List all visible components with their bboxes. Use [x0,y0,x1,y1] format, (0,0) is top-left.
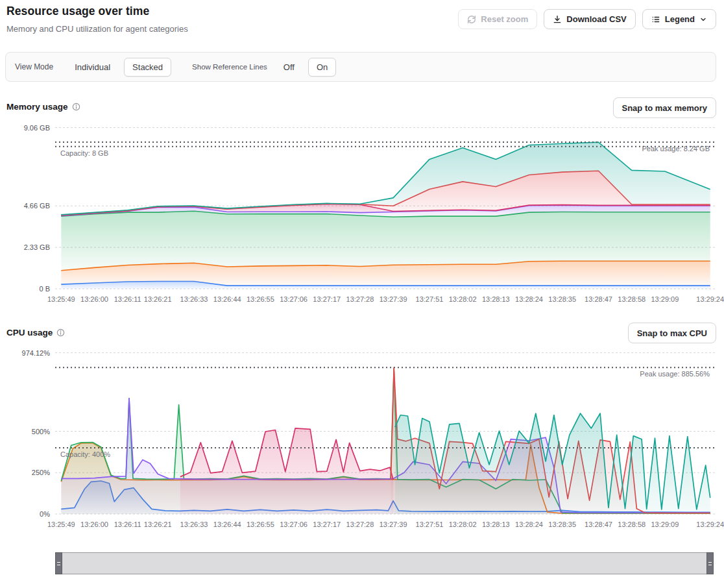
series [61,142,710,289]
brush-right-handle[interactable] [706,552,714,574]
view-controls-bar: View Mode Individual Stacked Show Refere… [5,52,716,82]
svg-text:13:28:58: 13:28:58 [618,521,646,528]
svg-text:13:27:17: 13:27:17 [313,521,341,528]
reference-lines-label: Show Reference Lines [192,63,267,71]
svg-text:13:28:47: 13:28:47 [585,295,612,303]
svg-text:2.33 GB: 2.33 GB [24,243,50,251]
reference-lines-on-button[interactable]: On [308,58,336,77]
toolbar: Reset zoom Download CSV Legend [458,9,716,29]
svg-text:250%: 250% [32,469,50,476]
svg-text:13:28:47: 13:28:47 [585,521,612,528]
svg-text:Capacity: 400%: Capacity: 400% [60,450,110,458]
svg-text:13:27:17: 13:27:17 [313,295,341,303]
svg-text:9.06 GB: 9.06 GB [24,124,50,132]
view-mode-stacked-button[interactable]: Stacked [124,58,171,77]
svg-text:13:27:06: 13:27:06 [280,521,308,528]
svg-text:13:28:35: 13:28:35 [548,295,576,303]
series [61,367,710,514]
svg-text:13:26:00: 13:26:00 [80,295,108,303]
cpu-section-title: CPU usage [6,328,65,337]
svg-text:13:26:11: 13:26:11 [114,521,141,528]
svg-text:13:29:09: 13:29:09 [651,521,679,528]
svg-text:Capacity: 8 GB: Capacity: 8 GB [60,149,108,157]
svg-text:13:28:24: 13:28:24 [515,521,543,528]
reset-zoom-button[interactable]: Reset zoom [458,9,537,29]
grip-icon [708,562,712,565]
x-axis-labels: 13:25:4913:26:0013:26:1113:26:2113:26:33… [47,295,724,303]
snap-to-max-cpu-button[interactable]: Snap to max CPU [628,323,716,343]
svg-text:13:28:58: 13:28:58 [618,295,646,303]
brush-left-handle[interactable] [55,552,62,574]
svg-text:13:28:24: 13:28:24 [515,295,543,303]
svg-text:13:27:39: 13:27:39 [380,521,407,528]
reference-lines: Capacity: 8 GBPeak usage: 8.24 GB [55,142,716,157]
svg-text:13:26:33: 13:26:33 [180,295,208,303]
download-icon [553,15,562,24]
svg-text:13:29:24: 13:29:24 [696,295,724,303]
legend-label: Legend [665,14,695,24]
time-range-brush[interactable] [55,552,714,574]
page-title: Resource usage over time [6,5,149,18]
svg-text:13:27:28: 13:27:28 [346,295,374,303]
info-icon[interactable] [56,328,65,337]
svg-text:13:27:06: 13:27:06 [280,295,308,303]
svg-text:13:26:44: 13:26:44 [213,295,241,303]
info-icon[interactable] [72,103,80,111]
svg-text:13:26:00: 13:26:00 [80,521,108,528]
svg-text:13:27:28: 13:27:28 [346,521,374,528]
svg-text:13:28:02: 13:28:02 [449,295,477,303]
legend-button[interactable]: Legend [642,9,716,29]
svg-text:13:28:02: 13:28:02 [449,521,477,528]
svg-text:13:26:21: 13:26:21 [144,295,172,303]
svg-text:13:28:13: 13:28:13 [482,295,510,303]
memory-usage-chart[interactable]: 0 B2.33 GB4.66 GB9.06 GB13:25:4913:26:00… [0,123,724,313]
svg-text:13:26:11: 13:26:11 [114,295,141,303]
svg-text:13:29:24: 13:29:24 [696,521,724,528]
view-mode-label: View Mode [15,62,53,71]
svg-text:974.12%: 974.12% [22,349,51,357]
list-icon [651,15,660,24]
cpu-title-text: CPU usage [6,328,53,337]
grip-icon [57,562,60,565]
svg-text:13:26:21: 13:26:21 [144,521,172,528]
svg-text:13:29:09: 13:29:09 [651,295,679,303]
view-mode-individual-button[interactable]: Individual [66,58,119,77]
svg-text:Peak usage: 8.24 GB: Peak usage: 8.24 GB [642,145,710,153]
reference-lines-off-button[interactable]: Off [275,58,303,77]
svg-text:13:27:51: 13:27:51 [416,521,444,528]
svg-text:Peak usage: 885.56%: Peak usage: 885.56% [640,370,710,378]
svg-text:500%: 500% [32,428,50,435]
svg-text:4.66 GB: 4.66 GB [24,202,50,210]
svg-text:13:26:55: 13:26:55 [247,295,274,303]
svg-text:0%: 0% [40,510,50,518]
svg-text:13:27:39: 13:27:39 [380,295,407,303]
svg-text:13:28:13: 13:28:13 [482,521,510,528]
page-subtitle: Memory and CPU utilization for agent cat… [6,24,188,34]
svg-text:13:28:35: 13:28:35 [548,521,576,528]
svg-text:13:26:33: 13:26:33 [180,521,208,528]
svg-text:13:26:55: 13:26:55 [247,521,274,528]
resource-usage-page: Resource usage over time Memory and CPU … [0,0,724,588]
memory-title-text: Memory usage [6,102,68,112]
cpu-usage-chart[interactable]: 0%250%500%974.12%13:25:4913:26:0013:26:1… [0,349,724,538]
chevron-down-icon [699,16,707,23]
reset-zoom-label: Reset zoom [481,14,528,24]
svg-text:0 B: 0 B [39,285,50,293]
svg-text:13:25:49: 13:25:49 [47,521,75,528]
download-csv-button[interactable]: Download CSV [544,9,635,29]
svg-text:13:26:44: 13:26:44 [213,521,241,528]
download-csv-label: Download CSV [566,14,626,24]
refresh-icon [467,15,476,24]
snap-to-max-memory-button[interactable]: Snap to max memory [613,97,717,118]
memory-section-title: Memory usage [6,102,80,112]
svg-text:13:25:49: 13:25:49 [47,295,75,303]
x-axis-labels: 13:25:4913:26:0013:26:1113:26:2113:26:33… [47,521,724,528]
svg-text:13:27:51: 13:27:51 [416,295,444,303]
